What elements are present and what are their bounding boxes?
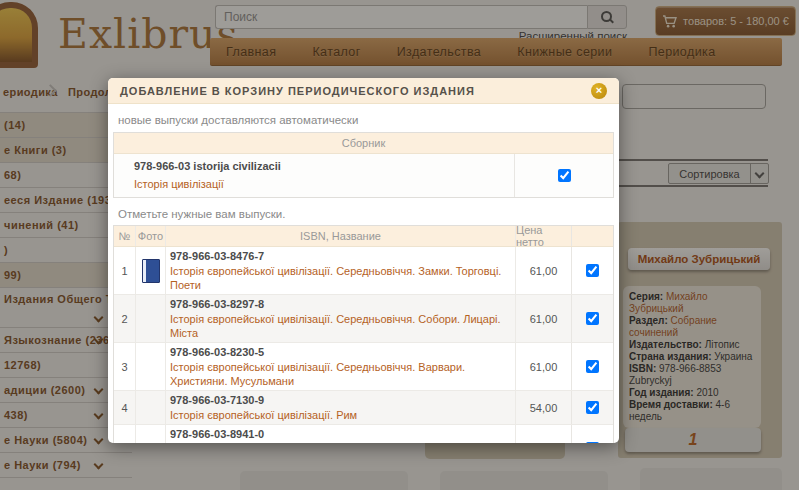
issue-title-link[interactable]: Історія цивілізації. Україна. Том 1. Від…	[170, 442, 511, 443]
issue-title-link[interactable]: Історія європейської цивілізації. Середн…	[170, 360, 511, 388]
issue-price: 61,00	[515, 343, 571, 390]
collection-isbn: 978-966-03 istorija civilizacii	[134, 159, 514, 174]
issue-row: 3 978-966-03-8230-5 Історія європейської…	[114, 343, 613, 391]
collection-checkbox[interactable]	[558, 169, 571, 182]
issue-isbn: 978-966-03-7130-9	[170, 393, 511, 408]
issues-table-header: № Фото ISBN, Название Цена нетто	[114, 226, 613, 247]
issue-isbn: 978-966-03-8230-5	[170, 345, 511, 360]
issue-checkbox[interactable]	[586, 401, 599, 414]
col-header-num: №	[114, 226, 136, 246]
auto-delivery-note: новые выпуски доставляются автоматически	[118, 114, 619, 126]
issue-checkbox[interactable]	[586, 264, 599, 277]
issue-number: 2	[114, 295, 136, 342]
modal-title: ДОБАВЛЕНИЕ В КОРЗИНУ ПЕРИОДИЧЕСКОГО ИЗДА…	[120, 85, 591, 97]
issue-isbn: 978-966-03-8941-0	[170, 427, 511, 442]
issue-title-link[interactable]: Історія європейської цивілізації. Рим	[170, 408, 511, 422]
issue-number: 1	[114, 247, 136, 294]
col-header-price: Цена нетто	[515, 226, 571, 246]
add-to-cart-modal: ДОБАВЛЕНИЕ В КОРЗИНУ ПЕРИОДИЧЕСКОГО ИЗДА…	[108, 78, 619, 443]
close-icon[interactable]	[591, 83, 607, 99]
col-header-name: ISBN, Название	[166, 226, 515, 246]
collection-header: Сборник	[114, 133, 613, 153]
issue-checkbox[interactable]	[586, 360, 599, 373]
select-issues-note: Отметьте нужные вам выпуски.	[118, 208, 619, 220]
collection-table: Сборник 978-966-03 istorija civilizacii …	[113, 132, 614, 198]
issue-number: 3	[114, 343, 136, 390]
issue-isbn: 978-966-03-8297-8	[170, 297, 511, 312]
issue-number: 5	[114, 425, 136, 443]
issue-row: 2 978-966-03-8297-8 Історія європейської…	[114, 295, 613, 343]
page: Exlibrus Расширенный поиск товаров: 5 - …	[0, 0, 799, 490]
issue-row: 5 978-966-03-8941-0 Історія цивілізації.…	[114, 425, 613, 443]
issue-title-link[interactable]: Історія європейської цивілізації. Середн…	[170, 312, 511, 340]
issue-price: 61,00	[515, 295, 571, 342]
modal-header: ДОБАВЛЕНИЕ В КОРЗИНУ ПЕРИОДИЧЕСКОГО ИЗДА…	[108, 78, 619, 104]
issue-price: 61,00	[515, 247, 571, 294]
issue-checkbox[interactable]	[586, 442, 599, 443]
issue-photo	[142, 355, 160, 379]
issue-photo	[142, 396, 160, 420]
issue-price: 54,00	[515, 391, 571, 424]
issue-photo	[142, 307, 160, 331]
issue-row: 1 978-966-03-8476-7 Історія європейської…	[114, 247, 613, 295]
issue-row: 4 978-966-03-7130-9 Історія європейської…	[114, 391, 613, 425]
issue-number: 4	[114, 391, 136, 424]
col-header-check	[571, 226, 613, 246]
issue-isbn: 978-966-03-8476-7	[170, 249, 511, 264]
collection-row: 978-966-03 istorija civilizacii Історія …	[114, 154, 613, 197]
issue-photo	[142, 437, 160, 444]
issue-price: 58,00	[515, 425, 571, 443]
issues-table: № Фото ISBN, Название Цена нетто 1 978-9…	[113, 225, 614, 443]
issue-photo	[142, 259, 160, 283]
collection-title-link[interactable]: Історія цивілізації	[134, 177, 224, 191]
col-header-photo: Фото	[136, 226, 166, 246]
issue-title-link[interactable]: Історія європейської цивілізації. Середн…	[170, 264, 511, 292]
issue-checkbox[interactable]	[586, 312, 599, 325]
